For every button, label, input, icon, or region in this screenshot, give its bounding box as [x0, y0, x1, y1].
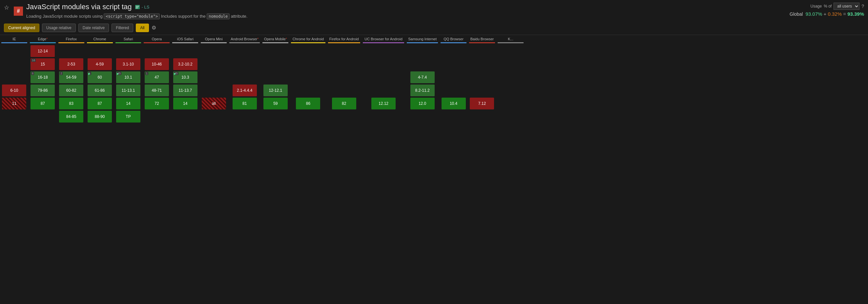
table-cell: - [261, 71, 290, 84]
browser-header-ios_safari: iOS Safari [171, 35, 199, 44]
browser-header-ie: IE [0, 35, 29, 44]
browser-header-chrome: Chrome [86, 35, 114, 44]
table-cell: 8.2-11.2 [405, 84, 439, 97]
table-cell: 84-85 [57, 110, 86, 123]
table-cell: - [228, 71, 261, 84]
table-cell: all [199, 97, 228, 110]
table-cell: 7.12 [468, 97, 496, 110]
table-cell: - [199, 110, 228, 123]
tab-date-relative[interactable]: Date relative [79, 24, 109, 32]
table-cell: 60-82 [57, 84, 86, 97]
svg-rect-1 [136, 6, 139, 6]
browser-header-k...: K... [496, 35, 525, 44]
table-cell: - [0, 44, 29, 58]
table-cell: - [114, 44, 143, 58]
table-cell: - [171, 44, 199, 58]
browser-header-firefox_for_android: Firefox for Android [327, 35, 362, 44]
view-toolbar: Current aligned Usage relative Date rela… [0, 21, 868, 35]
table-cell: - [0, 58, 29, 71]
table-cell: - [496, 71, 525, 84]
table-cell: - [327, 71, 362, 84]
table-cell: - [171, 110, 199, 123]
browser-support-table: IE Edge* Firefox Chrome Safari Opera iOS… [0, 35, 868, 126]
table-cell: - [362, 110, 405, 123]
tab-all[interactable]: All [136, 24, 149, 32]
table-cell: 72 [143, 97, 171, 110]
table-cell: - [228, 44, 261, 58]
table-cell: - [439, 44, 468, 58]
browser-header-baidu_browser: Baidu Browser [468, 35, 496, 44]
hash-badge: # [14, 6, 23, 16]
table-cell: 61-86 [86, 84, 114, 97]
table-cell: - [362, 44, 405, 58]
table-cell: 83 [57, 97, 86, 110]
browser-header-safari: Safari [114, 35, 143, 44]
browser-header-opera_mini: Opera Mini [199, 35, 228, 44]
table-cell: - [439, 58, 468, 71]
table-cell: - [86, 44, 114, 58]
table-cell: - [228, 110, 261, 123]
global-label: Global [789, 11, 803, 17]
table-cell: 4-59 [86, 58, 114, 71]
table-cell: - [290, 71, 327, 84]
browser-header-edge: Edge* [29, 35, 57, 44]
table-cell: 88-90 [86, 110, 114, 123]
settings-icon[interactable]: ⚙ [152, 25, 156, 31]
question-icon[interactable]: ? [862, 4, 864, 9]
table-cell: 10-46 [143, 58, 171, 71]
browser-header-samsung_internet: Samsung Internet [405, 35, 439, 44]
table-cell: 87 [29, 97, 57, 110]
browser-header-uc_browser_for_android: UC Browser for Android [362, 35, 405, 44]
table-cell: - [362, 58, 405, 71]
table-cell: - [290, 110, 327, 123]
table-cell: TP [114, 110, 143, 123]
table-cell: 12.12 [362, 97, 405, 110]
tab-filtered[interactable]: Filtered [112, 24, 133, 32]
table-cell: - [57, 44, 86, 58]
code-nomodule: nomodule [207, 13, 229, 19]
table-cell: 45▶10.1 [114, 71, 143, 84]
user-type-select[interactable]: all users [834, 3, 860, 10]
browser-header-android_browser: Android Browser* [228, 35, 261, 44]
table-cell: 87 [86, 97, 114, 110]
table-cell: - [496, 110, 525, 123]
table-cell: - [29, 110, 57, 123]
usage-green-value: 93.07% [805, 11, 822, 17]
table-cell: - [468, 110, 496, 123]
table-cell: - [496, 84, 525, 97]
table-cell: 12-14 [29, 44, 57, 58]
usage-plus: + [824, 11, 827, 17]
table-cell: - [290, 44, 327, 58]
tab-usage-relative[interactable]: Usage relative [42, 24, 76, 32]
star-icon[interactable]: ☆ [4, 3, 14, 11]
table-cell: - [199, 44, 228, 58]
table-cell: - [290, 84, 327, 97]
table-cell: - [468, 84, 496, 97]
table-cell: 254-59 [57, 71, 86, 84]
table-cell: 14 [171, 97, 199, 110]
table-cell: - [327, 58, 362, 71]
table-cell: - [143, 44, 171, 58]
table-cell: - [261, 110, 290, 123]
table-cell: 11-13.7 [171, 84, 199, 97]
tab-current-aligned[interactable]: Current aligned [4, 24, 39, 32]
usage-eq: = [843, 11, 846, 17]
table-cell: - [496, 97, 525, 110]
table-cell: 14 [114, 97, 143, 110]
table-cell: - [496, 44, 525, 58]
ls-label: - LS [142, 5, 150, 9]
table-cell: - [439, 110, 468, 123]
table-cell: 12.0 [405, 97, 439, 110]
table-cell: - [261, 44, 290, 58]
table-cell: - [405, 58, 439, 71]
table-cell: 4-7.4 [405, 71, 439, 84]
page-title: JavaScript modules via script tag [26, 3, 132, 11]
table-cell: - [261, 58, 290, 71]
usage-orange-value: 0.32% [828, 11, 842, 17]
ls-doc-icon [135, 5, 141, 9]
table-cell: 86 [290, 97, 327, 110]
table-cell: - [362, 84, 405, 97]
browser-header-opera_mobile: Opera Mobile* [261, 35, 290, 44]
browser-header-firefox: Firefox [57, 35, 86, 44]
table-cell: 1▶60 [86, 71, 114, 84]
